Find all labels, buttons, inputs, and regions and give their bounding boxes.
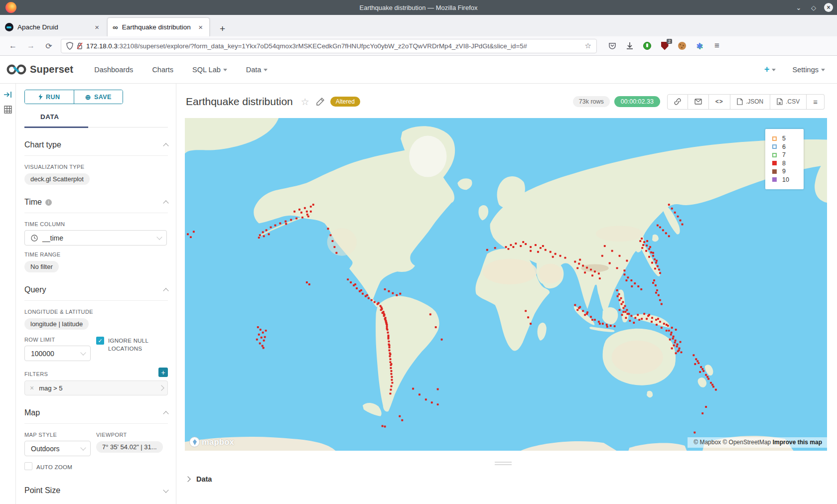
extension-cookie-icon[interactable]: [678, 41, 687, 50]
export-csv-button[interactable]: .CSV: [770, 94, 807, 110]
share-link-button[interactable]: [667, 94, 688, 110]
filters-label: FILTERS: [24, 371, 48, 377]
viewport-value[interactable]: 7° 35' 54.02" | 31...: [96, 441, 163, 453]
chevron-down-icon: [772, 69, 776, 71]
new-tab-button[interactable]: +: [216, 23, 229, 36]
panel-resize-handle[interactable]: [495, 462, 512, 465]
link-icon: [674, 98, 681, 105]
browser-menu-icon[interactable]: ≡: [712, 41, 721, 50]
section-point-size[interactable]: Point Size: [24, 486, 168, 501]
edit-properties-icon[interactable]: [316, 98, 324, 106]
legend-entry[interactable]: 5: [772, 134, 804, 143]
extension-ublock-icon[interactable]: 2: [660, 41, 669, 50]
dataset-grid-icon[interactable]: [4, 106, 12, 114]
pocket-icon[interactable]: [608, 41, 617, 50]
legend-entry[interactable]: 10: [772, 176, 804, 184]
ignore-null-checkbox[interactable]: ✓: [96, 337, 104, 345]
section-query[interactable]: Query: [24, 285, 168, 301]
map-style-select[interactable]: Outdoors: [24, 441, 91, 456]
left-icon-rail: [0, 84, 16, 504]
remove-filter-icon[interactable]: ×: [30, 384, 34, 392]
add-new-button[interactable]: +: [764, 64, 776, 75]
embed-code-button[interactable]: <>: [709, 94, 730, 110]
time-column-select[interactable]: __time: [24, 230, 167, 246]
superset-infinity-icon: [6, 63, 27, 76]
nav-sql-lab[interactable]: SQL Lab: [192, 66, 227, 74]
run-button[interactable]: RUN: [25, 90, 74, 104]
add-filter-button[interactable]: +: [158, 368, 168, 377]
lonlat-value[interactable]: longitude | latitude: [24, 318, 89, 330]
section-map[interactable]: Map: [24, 408, 168, 424]
viz-type-value[interactable]: deck.gl Scatterplot: [24, 173, 90, 185]
tab-earthquake-distribution[interactable]: ∞ Earthquake distribution ×: [107, 17, 210, 36]
settings-menu[interactable]: Settings: [793, 66, 825, 74]
lightning-icon: [38, 94, 43, 100]
chart-area: Earthquake distribution ☆ Altered 73k ro…: [176, 84, 837, 504]
nav-charts[interactable]: Charts: [152, 66, 173, 74]
chevron-down-icon: [223, 69, 227, 71]
save-button[interactable]: ⊕ SAVE: [74, 90, 123, 104]
expand-datasource-panel-icon[interactable]: [3, 91, 12, 99]
legend-swatch-icon: [772, 177, 777, 182]
row-limit-select[interactable]: 100000: [24, 346, 91, 361]
tab-apache-druid[interactable]: Apache Druid ×: [0, 17, 106, 36]
legend-entry[interactable]: 7: [772, 151, 804, 159]
improve-map-link[interactable]: Improve this map: [773, 439, 822, 446]
legend-entry[interactable]: 6: [772, 143, 804, 151]
export-json-button[interactable]: .JSON: [730, 94, 770, 110]
ignore-null-label: IGNORE NULL LOCATIONS: [108, 337, 163, 353]
shield-icon[interactable]: [66, 42, 73, 50]
tab-close-icon[interactable]: ×: [93, 23, 101, 31]
mapbox-logo[interactable]: mapbox: [189, 437, 234, 447]
section-time[interactable]: Timei: [24, 198, 168, 213]
reload-icon[interactable]: ⟳: [44, 41, 54, 51]
window-close-icon[interactable]: ×: [824, 3, 833, 12]
nav-dashboards[interactable]: Dashboards: [94, 66, 133, 74]
downloads-icon[interactable]: [625, 41, 634, 50]
superset-logo[interactable]: Superset: [6, 63, 73, 76]
legend-swatch-icon: [772, 136, 777, 141]
time-range-value[interactable]: No filter: [24, 261, 59, 272]
email-button[interactable]: [688, 94, 709, 110]
back-icon[interactable]: ←: [8, 41, 18, 50]
legend-swatch-icon: [772, 153, 777, 157]
chevron-down-icon: [80, 350, 86, 355]
time-range-label: TIME RANGE: [24, 252, 168, 257]
legend-label: 7: [782, 151, 786, 158]
url-text: 172.18.0.3:32108/superset/explore/?form_…: [86, 42, 580, 50]
bookmark-star-icon[interactable]: ☆: [585, 41, 591, 50]
auto-zoom-checkbox[interactable]: [24, 462, 32, 470]
panel-tabs: DATA: [24, 111, 168, 127]
window-titlebar: Earthquake distribution — Mozilla Firefo…: [0, 0, 837, 15]
chevron-up-icon: [163, 288, 168, 293]
chevron-down-icon: [80, 445, 86, 450]
tab-close-icon[interactable]: ×: [197, 23, 204, 31]
chevron-up-icon: [163, 143, 168, 148]
legend-entry[interactable]: 9: [772, 167, 804, 176]
active-tab-indicator: [24, 126, 88, 128]
lonlat-label: LONGITUDE & LATITUDE: [24, 309, 168, 315]
browser-toolbar: ← → ⟳ 172.18.0.3:32108/superset/explore/…: [0, 36, 837, 56]
window-minimize-icon[interactable]: ⌄: [794, 3, 803, 12]
nav-data[interactable]: Data: [246, 66, 268, 74]
tab-label: Apache Druid: [17, 23, 89, 31]
chart-menu-button[interactable]: ≡: [807, 94, 825, 110]
deckgl-map[interactable]: 5678910 mapbox © Mapbox © OpenStreetMap …: [185, 118, 827, 451]
forward-icon[interactable]: →: [26, 41, 36, 50]
extension-containers-icon[interactable]: ✱: [695, 41, 704, 50]
legend-entry[interactable]: 8: [772, 159, 804, 168]
chevron-up-icon: [163, 411, 168, 416]
legend-label: 5: [782, 135, 786, 142]
tab-data[interactable]: DATA: [24, 111, 59, 126]
file-icon: [737, 98, 743, 105]
section-chart-type[interactable]: Chart type: [24, 140, 168, 156]
extension-ghostery-icon[interactable]: [643, 41, 652, 50]
filter-chip[interactable]: × mag > 5: [24, 380, 168, 395]
insecure-lock-icon[interactable]: [76, 42, 83, 50]
url-bar[interactable]: 172.18.0.3:32108/superset/explore/?form_…: [61, 39, 597, 53]
favorite-star-icon[interactable]: ☆: [301, 96, 309, 108]
altered-badge: Altered: [330, 97, 360, 107]
info-icon: i: [45, 199, 52, 206]
window-maximize-icon[interactable]: ◇: [809, 3, 818, 12]
data-results-toggle[interactable]: Data: [186, 475, 212, 483]
